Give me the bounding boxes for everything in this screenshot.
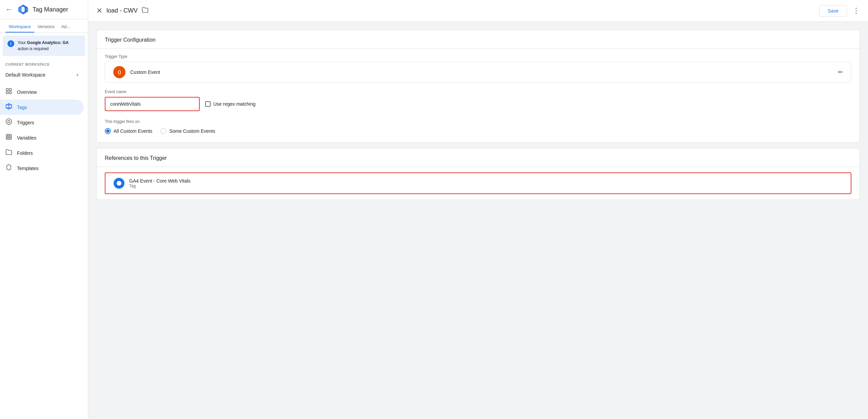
tab-admin[interactable]: Ad... — [58, 19, 74, 33]
info-text: Your Google Analytics: GA action is requ… — [18, 40, 80, 52]
nav-items: Overview Tags Triggers Variables Folders — [0, 84, 88, 419]
references-card: References to this Trigger GA4 Event - C… — [96, 148, 860, 200]
folder-icon[interactable] — [142, 6, 149, 15]
regex-label: Use regex matching — [213, 101, 256, 107]
header-left: ✕ load - CWV — [96, 6, 149, 15]
ref-item-type: Tag — [129, 184, 191, 188]
main: ✕ load - CWV Save ⋮ Trigger Configuratio… — [88, 0, 868, 419]
top-bar: ← Tag Manager — [0, 0, 88, 19]
svg-rect-13 — [9, 92, 12, 94]
workspace-chevron-icon: › — [76, 71, 78, 78]
references-divider — [97, 167, 860, 167]
regex-checkbox[interactable] — [205, 101, 211, 107]
current-workspace-label: CURRENT WORKSPACE — [0, 59, 88, 68]
trigger-config-title: Trigger Configuration — [97, 30, 860, 43]
sidebar-item-folders[interactable]: Folders — [0, 145, 84, 161]
svg-marker-25 — [7, 165, 11, 170]
radio-some-icon — [160, 128, 166, 134]
sidebar-item-folders-label: Folders — [17, 150, 33, 156]
triggers-icon — [5, 118, 12, 127]
radio-some-custom-events[interactable]: Some Custom Events — [160, 128, 215, 134]
templates-icon — [5, 164, 12, 172]
svg-point-19 — [8, 121, 10, 123]
fires-on-options: All Custom Events Some Custom Events — [105, 128, 851, 134]
sidebar-item-templates-label: Templates — [17, 166, 39, 171]
event-name-section: Event name Use regex matching — [97, 89, 860, 119]
svg-point-18 — [6, 119, 12, 125]
svg-rect-11 — [9, 89, 12, 91]
content: Trigger Configuration Trigger Type ⟨⟩ Cu… — [88, 22, 868, 419]
sidebar-item-templates[interactable]: Templates — [0, 161, 84, 176]
edit-pencil-icon[interactable]: ✏ — [838, 68, 843, 76]
trigger-config-card: Trigger Configuration Trigger Type ⟨⟩ Cu… — [96, 30, 860, 143]
tag-manager-logo — [17, 3, 29, 16]
trigger-type-name: Custom Event — [130, 69, 160, 75]
radio-all-custom-events[interactable]: All Custom Events — [105, 128, 152, 134]
svg-rect-20 — [6, 134, 12, 140]
ref-tag-icon — [114, 178, 124, 189]
trigger-type-left: ⟨⟩ Custom Event — [113, 66, 160, 78]
trigger-title: load - CWV — [106, 7, 138, 14]
variables-icon — [5, 133, 12, 142]
back-button[interactable]: ← — [5, 5, 13, 14]
event-name-label: Event name — [105, 89, 851, 94]
app-title: Tag Manager — [33, 6, 68, 13]
ref-tag-inner — [116, 180, 122, 187]
custom-event-icon: ⟨⟩ — [113, 66, 125, 78]
overview-icon — [5, 88, 12, 96]
event-name-row: Use regex matching — [105, 97, 851, 111]
svg-rect-10 — [6, 89, 8, 91]
header-right: Save ⋮ — [819, 5, 860, 17]
radio-all-icon — [105, 128, 111, 134]
save-button[interactable]: Save — [819, 5, 847, 17]
sidebar-item-tags-label: Tags — [17, 105, 27, 110]
more-options-icon[interactable]: ⋮ — [852, 6, 860, 15]
trigger-type-row[interactable]: ⟨⟩ Custom Event ✏ — [105, 62, 851, 83]
radio-all-label: All Custom Events — [114, 128, 152, 134]
event-name-input[interactable] — [110, 101, 194, 107]
sidebar-item-overview-label: Overview — [17, 89, 37, 95]
workspace-tabs: Workspace Versions Ad... — [0, 19, 88, 33]
sidebar-item-overview[interactable]: Overview — [0, 84, 84, 100]
ref-item-name: GA4 Event - Core Web Vitals — [129, 178, 191, 184]
sidebar-item-triggers[interactable]: Triggers — [0, 115, 84, 130]
svg-rect-12 — [6, 92, 8, 94]
close-button[interactable]: ✕ — [96, 7, 102, 15]
sidebar-item-variables-label: Variables — [17, 135, 36, 141]
sidebar: ← Tag Manager Workspace Versions Ad... i… — [0, 0, 88, 419]
info-icon: i — [7, 40, 14, 47]
event-name-input-wrapper[interactable] — [105, 97, 200, 111]
tab-versions[interactable]: Versions — [34, 19, 58, 33]
fires-on-section: This trigger fires on All Custom Events … — [97, 119, 860, 142]
tab-workspace[interactable]: Workspace — [5, 19, 34, 33]
workspace-item[interactable]: Default Workspace › — [0, 68, 84, 82]
regex-check-row: Use regex matching — [205, 101, 256, 107]
radio-some-label: Some Custom Events — [169, 128, 215, 134]
header: ✕ load - CWV Save ⋮ — [88, 0, 868, 22]
trigger-type-label: Trigger Type — [97, 49, 860, 62]
tags-icon — [5, 103, 12, 111]
references-card-title: References to this Trigger — [97, 148, 860, 167]
reference-item[interactable]: GA4 Event - Core Web Vitals Tag — [105, 172, 851, 194]
info-banner: i Your Google Analytics: GA action is re… — [3, 36, 85, 56]
fires-on-label: This trigger fires on — [105, 119, 851, 124]
folders-icon — [5, 149, 12, 157]
sidebar-item-variables[interactable]: Variables — [0, 130, 84, 145]
sidebar-item-triggers-label: Triggers — [17, 120, 34, 125]
sidebar-item-tags[interactable]: Tags — [0, 100, 84, 115]
ref-item-text: GA4 Event - Core Web Vitals Tag — [129, 178, 191, 188]
workspace-name: Default Workspace — [5, 72, 45, 78]
